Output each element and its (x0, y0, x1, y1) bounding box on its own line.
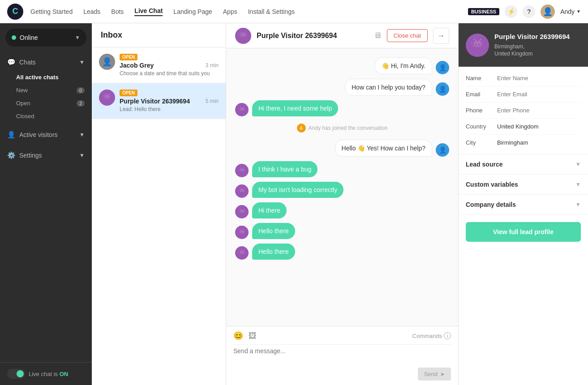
msg-row-visitor-1: 👾 Hi there, I need some help (235, 100, 449, 116)
settings-icon: ⚙️ (7, 151, 16, 159)
input-bottom-row: Send ➤ (233, 368, 451, 381)
sidebar: Online ▼ 💬 Chats ▼ All active chats New … (0, 23, 92, 385)
visitor-details: Purple Visitor 26399694 Birmingham,Unite… (494, 32, 570, 58)
chats-sub-items: All active chats New 0 Open 2 Closed (0, 71, 92, 123)
visitor-name-display: Purple Visitor 26399694 (494, 32, 570, 41)
send-icon: ➤ (440, 371, 445, 377)
active-visitors-label: Active visitors (19, 131, 58, 138)
sidebar-item-all-active[interactable]: All active chats (0, 71, 92, 84)
msg-bubble-visitor-3: My bot isn't loading correctly (252, 182, 343, 198)
jacob-info: OPEN Jacob Grey 3 min Choose a date and … (120, 54, 219, 77)
company-details-label: Company details (466, 201, 516, 208)
live-chat-toggle[interactable] (7, 369, 25, 379)
name-label: Name (466, 75, 497, 81)
nav-item-landing-page[interactable]: Landing Page (173, 8, 212, 15)
msg-row-visitor-5: 👾 Hello there (235, 223, 449, 239)
view-profile-container: View full lead profile (459, 215, 588, 249)
nav-item-getting-started[interactable]: Getting Started (30, 8, 73, 15)
msg-bubble-visitor-1: Hi there, I need some help (252, 100, 338, 116)
nav-item-live-chat[interactable]: Live Chat (134, 7, 163, 16)
country-value: United Kingdom (497, 123, 581, 130)
user-menu-arrow: ▼ (576, 9, 581, 14)
lightning-icon-btn[interactable]: ⚡ (505, 5, 517, 18)
expand-button[interactable]: → (433, 28, 449, 44)
field-city: City Birmingham (466, 135, 581, 150)
chat-list: 👤 OPEN Jacob Grey 3 min Choose a date an… (92, 47, 226, 385)
purple-open-badge: OPEN (120, 90, 137, 96)
right-panel: 👾 Purple Visitor 26399694 Birmingham,Uni… (458, 23, 588, 385)
inbox-header: Inbox (92, 23, 226, 47)
purple-visitor-info: OPEN Purple Visitor 26399694 5 min Lead:… (120, 90, 219, 112)
purple-visitor-time: 5 min (206, 98, 219, 104)
view-full-lead-profile-button[interactable]: View full lead profile (466, 222, 581, 242)
visitor-avatar-msg-2: 👾 (235, 164, 249, 177)
chat-header-name: Purple Visitor 26399694 (257, 32, 368, 40)
online-status[interactable]: Online ▼ (5, 29, 86, 47)
msg-row-agent-1: 👤 👋 Hi, I'm Andy. (235, 57, 449, 74)
help-icon-btn[interactable]: ? (523, 5, 535, 18)
visitor-avatar-msg-3: 👾 (235, 184, 249, 198)
jacob-open-badge: OPEN (120, 54, 137, 60)
chats-section-header[interactable]: 💬 Chats ▼ (0, 54, 92, 71)
live-chat-text: Live chat is ON (29, 371, 68, 377)
msg-row-visitor-6: 👾 Hello there (235, 244, 449, 260)
sidebar-item-new[interactable]: New 0 (0, 84, 92, 97)
agent-avatar-3: 👤 (436, 143, 449, 157)
nav-item-bots[interactable]: Bots (111, 8, 124, 15)
msg-bubble-agent-2: How can I help you today? (345, 79, 432, 96)
chat-item-purple-visitor[interactable]: 👾 OPEN Purple Visitor 26399694 5 min Lea… (92, 83, 226, 119)
nav-item-leads[interactable]: Leads (83, 8, 100, 15)
email-input[interactable] (497, 91, 581, 98)
contact-form: Name Email Phone Country United Kingdom … (459, 67, 588, 154)
msg-row-visitor-4: 👾 Hi there (235, 202, 449, 218)
name-input[interactable] (497, 75, 581, 81)
app-logo[interactable]: C (7, 4, 23, 20)
user-menu[interactable]: Andy ▼ (560, 8, 581, 15)
custom-variables-section[interactable]: Custom variables ▼ (459, 175, 588, 195)
commands-button[interactable]: Commands i (412, 332, 451, 339)
email-label: Email (466, 91, 497, 98)
field-phone: Phone (466, 103, 581, 119)
message-input[interactable] (233, 347, 451, 364)
sidebar-item-closed[interactable]: Closed (0, 110, 92, 123)
status-dropdown-arrow: ▼ (75, 34, 80, 41)
nav-item-apps[interactable]: Apps (223, 8, 237, 15)
visitor-avatar-msg-5: 👾 (235, 226, 249, 239)
company-details-section[interactable]: Company details ▼ (459, 195, 588, 215)
sidebar-item-open[interactable]: Open 2 (0, 97, 92, 110)
nav-item-install-settings[interactable]: Install & Settings (248, 8, 295, 15)
field-country: Country United Kingdom (466, 119, 581, 135)
active-visitors-header[interactable]: 👤 Active visitors ▼ (0, 126, 92, 143)
msg-bubble-visitor-5: Hello there (252, 223, 295, 239)
purple-visitor-preview: Lead: Hello there (120, 106, 219, 112)
image-icon[interactable]: 🖼 (249, 331, 257, 341)
system-message: A Andy has joined the conversation (235, 121, 449, 135)
phone-input[interactable] (497, 107, 581, 114)
chat-header-avatar: 👾 (235, 28, 251, 44)
chat-header: 👾 Purple Visitor 26399694 🖥 Close chat → (226, 23, 458, 48)
chat-input-area: 😊 🖼 Commands i Send ➤ (226, 326, 458, 385)
new-label: New (16, 87, 28, 94)
new-badge: 0 (77, 87, 85, 94)
close-chat-button[interactable]: Close chat (387, 29, 428, 42)
agent-avatar-1: 👤 (436, 61, 449, 74)
chat-item-jacob[interactable]: 👤 OPEN Jacob Grey 3 min Choose a date an… (92, 47, 226, 83)
open-label: Open (16, 100, 30, 107)
msg-row-agent-2: 👤 How can I help you today? (235, 79, 449, 96)
active-visitors-icon: 👤 (7, 131, 16, 139)
toggle-knob (17, 370, 24, 377)
live-chat-toggle-row: Live chat is ON (0, 362, 92, 385)
purple-visitor-avatar-small: 👾 (99, 90, 115, 106)
emoji-icon[interactable]: 😊 (233, 331, 243, 341)
purple-visitor-name: Purple Visitor 26399694 (120, 98, 190, 105)
system-text: Andy has joined the conversation (309, 125, 388, 131)
company-details-chevron: ▼ (575, 201, 581, 208)
settings-header[interactable]: ⚙️ Settings ▼ (0, 147, 92, 164)
jacob-time: 3 min (206, 62, 219, 68)
lead-source-section[interactable]: Lead source ▼ (459, 154, 588, 175)
msg-row-agent-3: 👤 Hello 👋 Yes! How can I help? (235, 140, 449, 157)
visitor-avatar-msg-6: 👾 (235, 246, 249, 260)
chats-arrow: ▼ (79, 59, 85, 65)
messages-container: 👤 👋 Hi, I'm Andy. 👤 How can I help you t… (226, 48, 458, 326)
send-button[interactable]: Send ➤ (418, 368, 451, 381)
